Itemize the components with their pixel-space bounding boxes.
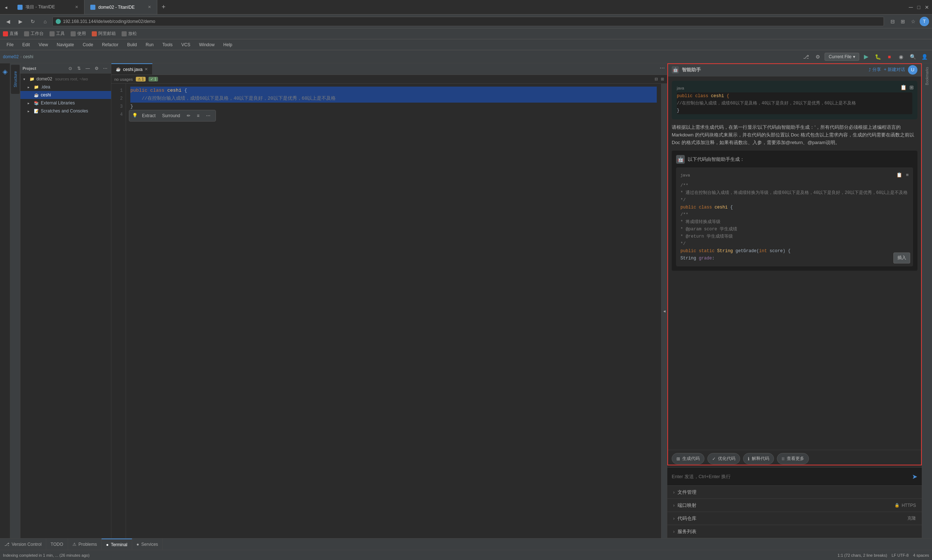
collapse-all-icon[interactable]: ⊟ [655,77,658,82]
more-icon[interactable]: ⋯ [102,65,109,72]
menu-navigate[interactable]: Navigate [53,41,77,49]
indent-status[interactable]: 4 spaces [913,553,929,557]
menu-file[interactable]: File [3,41,17,49]
project-name[interactable]: dome02 [3,54,18,59]
coverage-button[interactable]: ◉ [896,52,906,62]
menu-vcs[interactable]: VCS [178,41,194,49]
ai-input[interactable] [672,474,909,479]
collections-icon[interactable]: ⊟ [889,18,896,25]
menu-refactor[interactable]: Refactor [98,41,122,49]
home-button[interactable]: ⌂ [40,16,50,26]
run-config-button[interactable]: Current File ▾ [824,53,859,61]
bookmark-relax[interactable]: 放松 [122,31,137,37]
bottom-tab-problems[interactable]: ⚠ Problems [68,538,102,550]
minimize-button[interactable]: ─ [909,4,913,11]
service-list-section[interactable]: › 服务列表 [667,525,922,538]
run-button[interactable]: ▶ [861,52,871,62]
tree-item-ceshi[interactable]: ☕ ceshi [20,91,111,99]
current-file-breadcrumb[interactable]: ceshi [23,54,33,59]
menu-tools[interactable]: Tools [159,41,176,49]
expand-all-editor-icon[interactable]: ⊞ [661,77,664,82]
menu-code[interactable]: Code [79,41,97,49]
bookmark-workspace[interactable]: 工作台 [24,31,44,37]
panel-collapse-toggle[interactable]: ◂ [661,84,667,538]
close-button[interactable]: ✕ [925,5,929,10]
menu-view[interactable]: View [35,41,52,49]
expand-all-icon[interactable]: ⇅ [75,65,83,72]
new-tab-button[interactable]: + [157,0,170,14]
bottom-tab-terminal[interactable]: ● Terminal [102,538,132,550]
address-bar[interactable]: 192.168.101.144/ide/web/coding/dome02/de… [52,17,884,26]
copy-code-icon[interactable]: 📋 [896,172,902,179]
file-management-section[interactable]: › 文件管理 [667,486,922,499]
expand-snippet-icon[interactable]: ⊞ [909,85,914,90]
insert-button[interactable]: 插入 [893,252,910,263]
new-chat-button[interactable]: + 新建对话 [884,66,905,73]
tree-item-external-libs[interactable]: ▸ 📚 External Libraries [20,99,111,107]
ai-response-header: 🤖 以下代码由智能助手生成： [676,155,913,164]
menu-help[interactable]: Help [220,41,236,49]
editor-tab-close[interactable]: ✕ [145,67,148,72]
search-icon[interactable]: 🔍 [908,52,917,62]
format-icon[interactable]: ≡ [906,172,909,179]
edit-icon[interactable]: ✏ [185,112,193,119]
optimize-code-chip[interactable]: ✓ 优化代码 [707,453,740,464]
settings-icon[interactable]: ⚙ [813,52,823,62]
browser-tab-1[interactable]: 项目 - TitanIDE ✕ [12,0,85,14]
bookmark-mail[interactable]: 阿里邮箱 [92,31,116,37]
menu-window[interactable]: Window [196,41,219,49]
browser-tab-2[interactable]: dome02 - TitanIDE ✕ [85,0,157,14]
split-icon[interactable]: ⊞ [899,18,906,25]
bottom-tab-todo[interactable]: TODO [46,538,68,550]
sync-icon[interactable]: ⊙ [66,65,74,72]
debug-button[interactable]: 🐛 [873,52,883,62]
encoding-status[interactable]: LF UTF-8 [892,553,909,557]
copilot-icon[interactable]: ◈ [1,68,9,76]
ai-send-button[interactable]: ➤ [912,473,917,481]
editor-more-icon[interactable]: ⋯ [658,63,667,73]
menu-build[interactable]: Build [123,41,140,49]
explain-code-chip[interactable]: ℹ 解释代码 [743,453,774,464]
panel-settings-icon[interactable]: ⚙ [93,65,100,72]
bookmark-live[interactable]: 直播 [3,31,18,37]
bookmark-use[interactable]: 使用 [71,31,86,37]
code-editor[interactable]: public class ceshi { //在控制台输入成绩，成绩60以下是及… [126,84,661,538]
surround-button[interactable]: Surround [160,112,182,119]
share-button[interactable]: ⤴ 分享 [869,66,881,73]
star-icon[interactable]: ☆ [909,18,917,25]
tree-item-idea[interactable]: ▸ 📁 .idea [20,83,111,91]
menu-run[interactable]: Run [142,41,157,49]
bookmark-tools[interactable]: 工具 [49,31,65,37]
port-mapping-section[interactable]: › 端口映射 🔒 HTTPS [667,499,922,512]
tab-close-1[interactable]: ✕ [75,5,78,9]
bottom-tab-vcs[interactable]: ⎇ Version Control [0,538,46,550]
git-icon[interactable]: ⎇ [801,52,811,62]
more-chip[interactable]: ⁞⁞ 查看更多 [777,453,809,464]
extract-button[interactable]: Extract [140,112,158,119]
profile-icon[interactable]: T [920,17,929,26]
collapse-icon[interactable]: — [84,65,91,72]
ai-user-icon[interactable]: U [908,65,917,75]
copy-snippet-icon[interactable]: 📋 [900,85,906,90]
menu-edit[interactable]: Edit [18,41,34,49]
more-actions-icon[interactable]: ⋯ [204,112,213,119]
tree-item-dome02[interactable]: ▾ 📁 dome02 sources root, ~/wo [20,75,111,83]
list-icon[interactable]: ≡ [195,112,202,119]
code-line-3: } [130,103,657,111]
code-repo-section[interactable]: › 代码仓库 克隆 [667,512,922,525]
maximize-button[interactable]: □ [917,5,920,10]
generate-code-chip[interactable]: ⊞ 生成代码 [672,453,704,464]
back-button[interactable]: ◀ [3,16,13,26]
forward-button[interactable]: ▶ [15,16,26,26]
cursor-position[interactable]: 1:1 (72 chars, 2 line breaks) [838,553,887,557]
refresh-button[interactable]: ↻ [28,16,38,26]
editor-tab-ceshi[interactable]: ☕ ceshi.java ✕ [111,63,153,75]
tree-item-scratches[interactable]: ▸ 📝 Scratches and Consoles [20,107,111,115]
project-tab[interactable]: Structure [11,65,20,94]
bookmarks-tab[interactable]: Bookmarks [924,65,930,87]
browser-back-icon[interactable]: ◂ [2,4,9,11]
bottom-tab-services[interactable]: ● Services [132,538,163,550]
tab-close-2[interactable]: ✕ [148,5,151,9]
stop-button[interactable]: ■ [885,52,894,62]
profile-icon[interactable]: 👤 [920,52,929,62]
